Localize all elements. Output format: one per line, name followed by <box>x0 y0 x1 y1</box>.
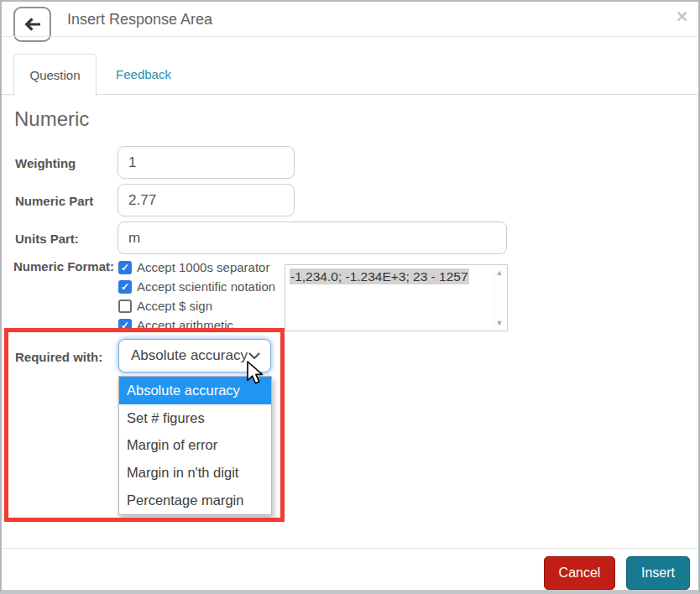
scroll-down-arrow-icon[interactable]: ▼ <box>496 316 504 330</box>
format-option-label: Accept arithmetic <box>137 318 233 332</box>
format-option-row[interactable]: Accept $ sign <box>118 296 275 315</box>
numeric-part-label: Numeric Part <box>15 194 93 208</box>
format-option-label: Accept $ sign <box>137 299 212 313</box>
insert-button[interactable]: Insert <box>626 556 690 590</box>
tab-feedback[interactable]: Feedback <box>96 54 191 94</box>
format-example-box[interactable]: -1,234.0; -1.234E+3; 23 - 1257 ▲ ▼ <box>285 264 508 331</box>
insert-response-area-dialog: Insert Response Area ✕ Question Feedback… <box>0 0 700 594</box>
units-part-label: Units Part: <box>15 232 79 246</box>
back-arrow-icon <box>23 14 43 34</box>
format-option-row[interactable]: ✓Accept arithmetic <box>118 315 275 335</box>
dropdown-option[interactable]: Absolute accuracy <box>119 377 271 404</box>
dialog-title: Insert Response Area <box>67 11 212 29</box>
format-option-row[interactable]: ✓Accept 1000s separator <box>118 258 275 277</box>
dropdown-option[interactable]: Percentage margin <box>119 487 271 514</box>
example-scrollbar[interactable]: ▲ ▼ <box>493 266 506 330</box>
weighting-label: Weighting <box>15 156 76 170</box>
checkbox-unchecked-icon[interactable] <box>118 300 132 313</box>
weighting-input[interactable] <box>118 146 295 179</box>
numeric-part-input[interactable] <box>118 184 295 216</box>
format-option-label: Accept 1000s separator <box>137 260 269 274</box>
chevron-down-icon <box>248 352 260 360</box>
required-with-dropdown-list: Absolute accuracySet # figuresMargin of … <box>118 376 272 515</box>
units-part-input[interactable] <box>118 221 507 254</box>
format-option-row[interactable]: ✓Accept scientific notation <box>118 277 275 296</box>
required-with-selected-value: Absolute accuracy <box>131 347 248 364</box>
dropdown-option[interactable]: Set # figures <box>119 404 271 432</box>
dialog-surface: Insert Response Area ✕ Question Feedback… <box>0 0 700 594</box>
tab-question[interactable]: Question <box>13 54 97 96</box>
close-icon[interactable]: ✕ <box>676 8 688 26</box>
tab-bar-divider <box>2 94 698 95</box>
format-option-label: Accept scientific notation <box>137 279 275 294</box>
header-divider <box>2 36 698 37</box>
selected-example-text: -1,234.0; -1.234E+3; 23 - 1257 <box>290 268 469 284</box>
footer-divider <box>2 548 698 549</box>
required-with-label: Required with: <box>15 350 102 364</box>
dropdown-option[interactable]: Margin of error <box>119 432 271 460</box>
format-example-text: -1,234.0; -1.234E+3; 23 - 1257 <box>290 269 469 284</box>
checkbox-checked-icon[interactable]: ✓ <box>118 280 132 294</box>
checkbox-checked-icon[interactable]: ✓ <box>118 261 132 274</box>
dropdown-option[interactable]: Margin in n'th digit <box>119 459 271 487</box>
section-title: Numeric <box>14 107 89 131</box>
cancel-button[interactable]: Cancel <box>544 556 615 590</box>
scroll-up-arrow-icon[interactable]: ▲ <box>496 266 504 279</box>
numeric-format-options: ✓Accept 1000s separator✓Accept scientifi… <box>118 258 275 335</box>
numeric-format-label: Numeric Format: <box>13 259 114 274</box>
required-with-select[interactable]: Absolute accuracy <box>118 339 271 373</box>
checkbox-checked-icon[interactable]: ✓ <box>118 319 132 332</box>
